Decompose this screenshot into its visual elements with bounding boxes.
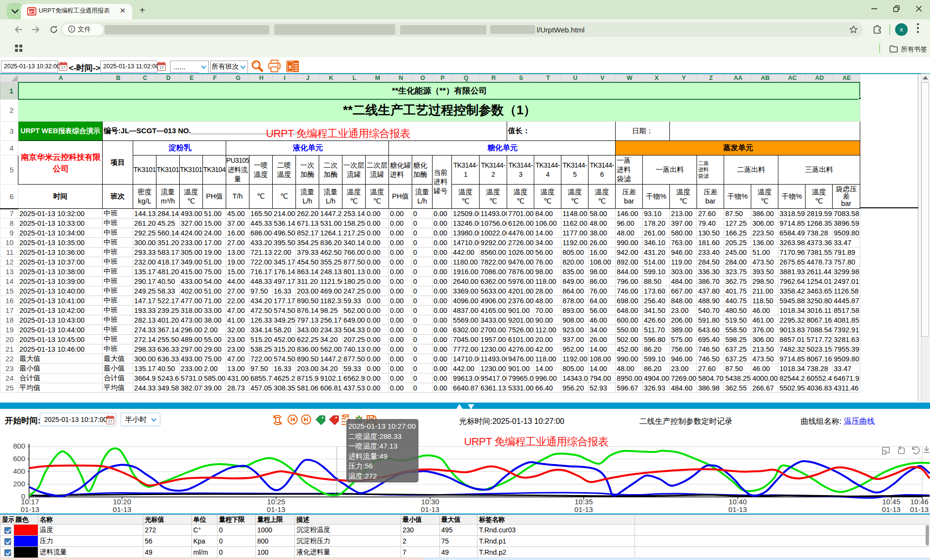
svg-text:600: 600 [13,454,25,463]
svg-text:10:45: 10:45 [882,498,900,506]
svg-text:01-13: 01-13 [574,505,593,513]
svg-text:10:20: 10:20 [113,498,131,506]
svg-text:01-13: 01-13 [267,505,285,513]
svg-text:x: x [289,63,292,70]
svg-text:17: 17 [61,65,65,70]
svg-text:01-13: 01-13 [113,505,131,513]
svg-text:10:25: 10:25 [267,498,285,506]
svg-text:01-13: 01-13 [21,505,39,513]
svg-text:01-13: 01-13 [421,505,439,513]
svg-text:17: 17 [159,65,164,70]
svg-text:RPT: RPT [29,10,36,14]
svg-text:10:30: 10:30 [421,498,439,506]
svg-text:10:40: 10:40 [728,498,747,506]
svg-text:10:46: 10:46 [910,498,929,506]
svg-text:01-13: 01-13 [728,505,747,513]
svg-text:800: 800 [13,442,25,450]
svg-text:10:35: 10:35 [574,498,593,506]
svg-text:01-13: 01-13 [882,505,900,513]
svg-text:200: 200 [13,480,25,488]
svg-text:400: 400 [13,467,25,475]
svg-text:10:17: 10:17 [21,498,39,506]
svg-text:01-13: 01-13 [910,505,929,513]
